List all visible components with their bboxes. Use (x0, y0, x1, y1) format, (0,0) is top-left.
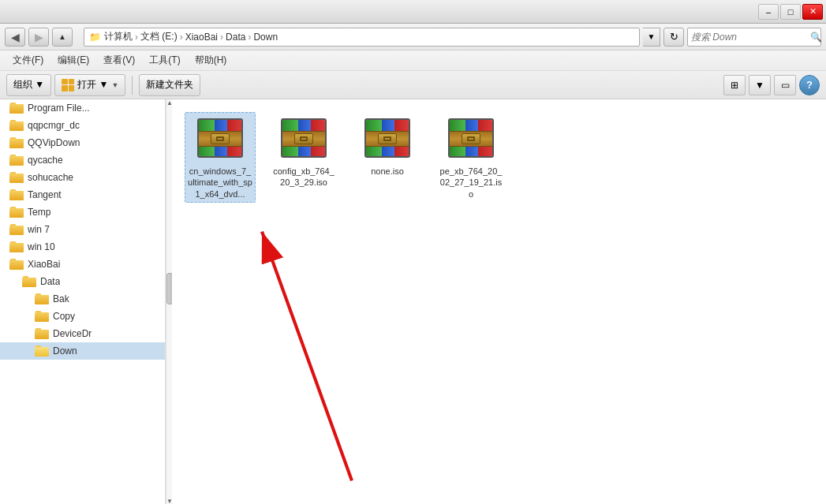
open-button[interactable]: 打开 ▼ ▼ (54, 74, 125, 96)
open-dropdown-arrow: ▼ (111, 81, 118, 89)
breadcrumb-part: Down (253, 32, 278, 43)
breadcrumb-part: 计算机 (104, 30, 133, 43)
title-bar-buttons: – □ ✕ (758, 4, 823, 20)
toolbar: 组织 ▼ 打开 ▼ ▼ 新建文件夹 ⊞ ▼ ▭ ? (0, 71, 826, 99)
toolbar-separator (132, 76, 133, 95)
organize-label: 组织 ▼ (13, 78, 44, 91)
sidebar-item-label: XiaoBai (28, 259, 60, 270)
sidebar-item-win7[interactable]: win 7 (0, 221, 165, 238)
file-area: cn_windows_7_ultimate_with_sp1_x64_dvd..… (172, 99, 826, 504)
sidebar-item-sohucache[interactable]: sohucache (0, 169, 165, 186)
sidebar-item-label: Temp (28, 207, 50, 218)
breadcrumb-dropdown[interactable]: ▼ (643, 28, 660, 47)
file-item-pe[interactable]: pe_xb_764_20_02_27_19_21.iso (435, 112, 506, 203)
folder-icon (35, 345, 49, 357)
file-item-config[interactable]: config_xb_764_20_3_29.iso (268, 112, 339, 203)
breadcrumb-part: Data (226, 32, 245, 43)
sidebar-item-label: qqpcmgr_dc (28, 120, 80, 131)
menu-file[interactable]: 文件(F) (6, 52, 50, 69)
file-item-none[interactable]: none.iso (352, 112, 423, 203)
new-folder-label: 新建文件夹 (146, 78, 193, 91)
file-name: cn_windows_7_ultimate_with_sp1_x64_dvd..… (188, 166, 252, 200)
folder-icon (9, 120, 24, 131)
search-box[interactable]: 🔍 (687, 28, 821, 47)
breadcrumb-part: XiaoBai (185, 32, 218, 43)
sidebar-item-label: sohucache (28, 172, 73, 183)
sidebar-item-label: win 7 (28, 224, 50, 235)
close-button[interactable]: ✕ (802, 4, 823, 20)
preview-pane-button[interactable]: ▭ (774, 75, 796, 95)
sidebar-item-label: Bak (53, 293, 69, 304)
sidebar-item-xiaobai[interactable]: XiaoBai (0, 256, 165, 273)
sidebar-scrollbar[interactable]: ▲ ▼ (166, 99, 172, 504)
folder-icon-small: 📁 (89, 32, 101, 43)
sidebar-item-label: Tangent (28, 189, 62, 200)
file-name: pe_xb_764_20_02_27_19_21.iso (439, 166, 503, 200)
folder-icon (9, 189, 24, 200)
help-button[interactable]: ? (799, 75, 820, 95)
file-name: none.iso (371, 166, 404, 177)
sidebar-item-devicedr[interactable]: DeviceDr (0, 325, 165, 342)
maximize-button[interactable]: □ (780, 4, 801, 20)
up-button[interactable]: ▲ (52, 28, 73, 47)
folder-icon (9, 155, 24, 166)
rar-icon (446, 115, 496, 161)
back-button[interactable]: ◀ (5, 28, 25, 47)
breadcrumb-part: 文档 (E:) (140, 30, 178, 43)
sidebar-item-tangent[interactable]: Tangent (0, 186, 165, 203)
folder-icon (9, 207, 24, 218)
sidebar-item-label: qycache (28, 155, 63, 166)
file-item-win7[interactable]: cn_windows_7_ultimate_with_sp1_x64_dvd..… (185, 112, 256, 203)
file-name: config_xb_764_20_3_29.iso (271, 166, 336, 189)
sidebar-item-data[interactable]: Data (0, 273, 165, 290)
sidebar-item-programfiles[interactable]: Program File... (0, 99, 165, 117)
address-bar: ◀ ▶ ▲ 📁 计算机 › 文档 (E:) › XiaoBai › Data ›… (0, 24, 826, 50)
organize-button[interactable]: 组织 ▼ (6, 74, 51, 96)
breadcrumb[interactable]: 📁 计算机 › 文档 (E:) › XiaoBai › Data › Down (84, 28, 640, 47)
menu-help[interactable]: 帮助(H) (189, 52, 234, 69)
sidebar: Program File... qqpcmgr_dc QQVipDown qyc… (0, 99, 166, 504)
folder-icon (9, 224, 24, 235)
view-dropdown[interactable]: ▼ (749, 75, 771, 95)
sidebar-item-label: Program File... (28, 103, 90, 114)
sidebar-item-label: Down (53, 345, 77, 357)
menu-view[interactable]: 查看(V) (97, 52, 141, 69)
refresh-button[interactable]: ↻ (663, 28, 684, 47)
new-folder-button[interactable]: 新建文件夹 (139, 74, 200, 96)
forward-button[interactable]: ▶ (28, 28, 49, 47)
sidebar-item-label: Data (40, 276, 60, 287)
folder-icon (9, 137, 24, 148)
folder-icon (9, 241, 24, 252)
menu-tools[interactable]: 工具(T) (143, 52, 186, 69)
folder-icon (9, 259, 24, 270)
rar-icon (278, 115, 329, 161)
title-bar: – □ ✕ (0, 0, 826, 24)
open-label: 打开 ▼ (77, 78, 108, 91)
open-icon (62, 79, 74, 91)
sidebar-item-label: DeviceDr (53, 328, 92, 339)
toolbar-right: ⊞ ▼ ▭ ? (723, 75, 820, 95)
sidebar-item-down[interactable]: Down (0, 342, 165, 360)
folder-icon (35, 311, 49, 322)
sidebar-item-win10[interactable]: win 10 (0, 238, 165, 256)
sidebar-item-temp[interactable]: Temp (0, 203, 165, 221)
sidebar-item-qycache[interactable]: qycache (0, 151, 165, 169)
menu-bar: 文件(F) 编辑(E) 查看(V) 工具(T) 帮助(H) (0, 50, 826, 71)
folder-icon (22, 276, 36, 287)
folder-icon (35, 328, 49, 339)
rar-icon (362, 115, 413, 161)
minimize-button[interactable]: – (758, 4, 779, 20)
folder-icon (9, 103, 24, 114)
sidebar-item-copy[interactable]: Copy (0, 308, 165, 325)
sidebar-item-qqpcmgr[interactable]: qqpcmgr_dc (0, 117, 165, 134)
svg-line-1 (262, 232, 352, 481)
search-input[interactable] (691, 32, 810, 43)
view-toggle-button[interactable]: ⊞ (723, 75, 746, 95)
sidebar-item-label: win 10 (28, 241, 55, 252)
main-area: Program File... qqpcmgr_dc QQVipDown qyc… (0, 99, 826, 504)
sidebar-item-bak[interactable]: Bak (0, 290, 165, 308)
search-icon[interactable]: 🔍 (810, 28, 822, 46)
folder-icon (35, 293, 49, 304)
sidebar-item-qqvipdown[interactable]: QQVipDown (0, 134, 165, 151)
menu-edit[interactable]: 编辑(E) (51, 52, 95, 69)
